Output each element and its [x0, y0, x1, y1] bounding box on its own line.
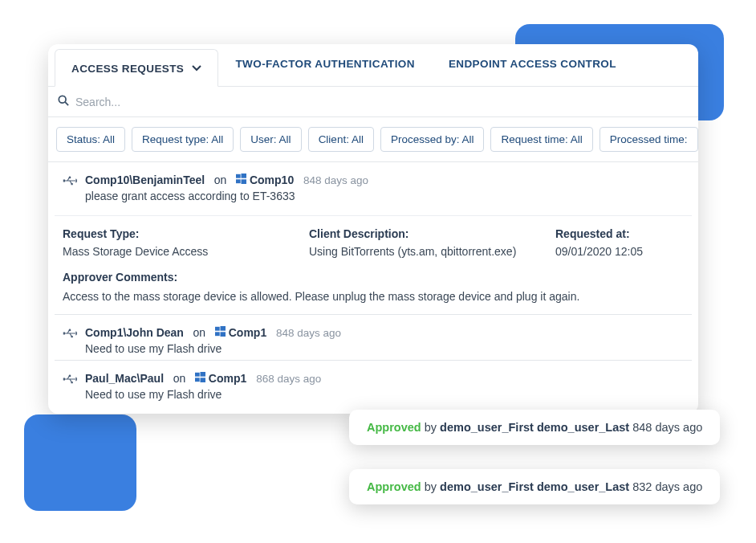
- filter-processed-time[interactable]: Processed time:: [600, 127, 698, 152]
- svg-rect-2: [63, 180, 65, 182]
- requested-at-label: Requested at:: [555, 227, 684, 240]
- search-input[interactable]: [75, 96, 689, 108]
- usb-icon: [63, 328, 77, 342]
- windows-icon: [195, 372, 209, 385]
- svg-rect-10: [236, 179, 241, 183]
- svg-rect-30: [195, 378, 200, 382]
- host-name: Comp10: [250, 174, 294, 186]
- request-header: Paul_Mac\Paul on Comp1 868 days ago Need…: [55, 361, 692, 406]
- svg-rect-28: [195, 373, 200, 377]
- requesting-user: Comp1\John Dean: [85, 326, 184, 339]
- approver-name: demo_user_First demo_user_Last: [440, 421, 629, 434]
- svg-point-0: [59, 96, 66, 103]
- svg-rect-7: [71, 183, 73, 185]
- tab-endpoint-access[interactable]: ENDPOINT ACCESS CONTROL: [432, 44, 633, 86]
- filter-bar: Status: All Request type: All User: All …: [48, 117, 698, 162]
- request-message: Need to use my Flash drive: [85, 388, 684, 401]
- filter-processed-by[interactable]: Processed by: All: [380, 127, 485, 152]
- request-message: please grant access according to ET-3633: [85, 190, 684, 202]
- svg-rect-29: [200, 372, 205, 377]
- decorative-shape-bl: [24, 414, 136, 511]
- svg-rect-9: [242, 174, 247, 178]
- approver-comments: Approver Comments: Access to the mass st…: [55, 271, 692, 314]
- request-type-value: Mass Storage Device Access: [63, 245, 285, 258]
- by-word: by: [425, 480, 437, 493]
- request-header: Comp10\BenjaminTeel on Comp10 848 days a…: [55, 162, 692, 207]
- request-age: 848 days ago: [303, 174, 368, 186]
- filter-client[interactable]: Client: All: [308, 127, 374, 152]
- approver-comments-label: Approver Comments:: [63, 271, 684, 284]
- client-desc-value: Using BitTorrents (yts.am, qbittorrent.e…: [309, 245, 531, 258]
- svg-rect-31: [200, 378, 205, 382]
- svg-rect-8: [236, 174, 241, 178]
- search-icon: [58, 95, 69, 108]
- filter-request-time[interactable]: Request time: All: [490, 127, 592, 152]
- request-title: Comp1\John Dean on Comp1 848 days ago: [85, 326, 684, 339]
- on-word: on: [214, 174, 227, 186]
- on-word: on: [173, 372, 186, 385]
- on-word: on: [193, 326, 206, 339]
- request-details: Request Type: Mass Storage Device Access…: [55, 215, 692, 264]
- approver-comments-value: Access to the mass storage device is all…: [63, 290, 684, 303]
- requesting-user: Paul_Mac\Paul: [85, 372, 164, 385]
- host-name: Comp1: [209, 372, 246, 385]
- toast-age: 832 days ago: [632, 480, 702, 493]
- svg-point-25: [69, 375, 71, 378]
- svg-point-5: [69, 177, 71, 179]
- search-row: [48, 87, 698, 117]
- usb-icon: [63, 175, 77, 190]
- svg-rect-18: [215, 327, 220, 331]
- request-title: Comp10\BenjaminTeel on Comp10 848 days a…: [85, 174, 684, 186]
- svg-rect-11: [242, 179, 247, 184]
- tab-label: ACCESS REQUESTS: [71, 63, 184, 75]
- tab-access-requests[interactable]: ACCESS REQUESTS: [55, 49, 218, 87]
- requested-at-value: 09/01/2020 12:05: [555, 245, 684, 258]
- usb-icon: [63, 374, 77, 388]
- filter-user[interactable]: User: All: [240, 127, 301, 152]
- svg-rect-22: [63, 378, 65, 381]
- status-badge: Approved: [367, 480, 421, 493]
- status-toast: Approved by demo_user_First demo_user_La…: [349, 410, 720, 445]
- filter-status[interactable]: Status: All: [56, 127, 125, 152]
- toast-age: 848 days ago: [632, 421, 702, 434]
- windows-icon: [215, 326, 229, 339]
- request-title: Paul_Mac\Paul on Comp1 868 days ago: [85, 372, 684, 385]
- svg-rect-19: [220, 326, 226, 331]
- request-card[interactable]: Comp10\BenjaminTeel on Comp10 848 days a…: [55, 162, 692, 315]
- svg-point-15: [69, 329, 71, 332]
- status-toast: Approved by demo_user_First demo_user_La…: [349, 469, 720, 504]
- request-card[interactable]: Paul_Mac\Paul on Comp1 868 days ago Need…: [55, 361, 692, 406]
- client-desc-label: Client Description:: [309, 227, 531, 240]
- requesting-user: Comp10\BenjaminTeel: [85, 174, 205, 186]
- request-type-label: Request Type:: [63, 227, 285, 240]
- request-card[interactable]: Comp1\John Dean on Comp1 848 days ago Ne…: [55, 315, 692, 361]
- svg-rect-27: [71, 382, 73, 383]
- svg-rect-20: [215, 332, 220, 336]
- approver-name: demo_user_First demo_user_Last: [440, 480, 629, 493]
- request-age: 848 days ago: [276, 327, 341, 339]
- host-name: Comp1: [229, 326, 266, 339]
- request-age: 868 days ago: [256, 373, 321, 385]
- chevron-down-icon: [192, 63, 201, 75]
- svg-rect-17: [71, 336, 73, 337]
- windows-icon: [236, 174, 250, 186]
- tab-label: ENDPOINT ACCESS CONTROL: [449, 58, 616, 70]
- access-requests-panel: ACCESS REQUESTS TWO-FACTOR AUTHENTICATIO…: [48, 44, 698, 414]
- request-message: Need to use my Flash drive: [85, 342, 684, 355]
- status-badge: Approved: [367, 421, 421, 434]
- tab-bar: ACCESS REQUESTS TWO-FACTOR AUTHENTICATIO…: [48, 44, 698, 87]
- svg-rect-12: [63, 333, 65, 335]
- filter-request-type[interactable]: Request type: All: [132, 127, 234, 152]
- svg-rect-21: [220, 332, 226, 337]
- tab-label: TWO-FACTOR AUTHENTICATION: [235, 58, 414, 70]
- tab-two-factor[interactable]: TWO-FACTOR AUTHENTICATION: [218, 44, 431, 86]
- request-header: Comp1\John Dean on Comp1 848 days ago Ne…: [55, 315, 692, 360]
- svg-line-1: [65, 102, 68, 105]
- by-word: by: [425, 421, 437, 434]
